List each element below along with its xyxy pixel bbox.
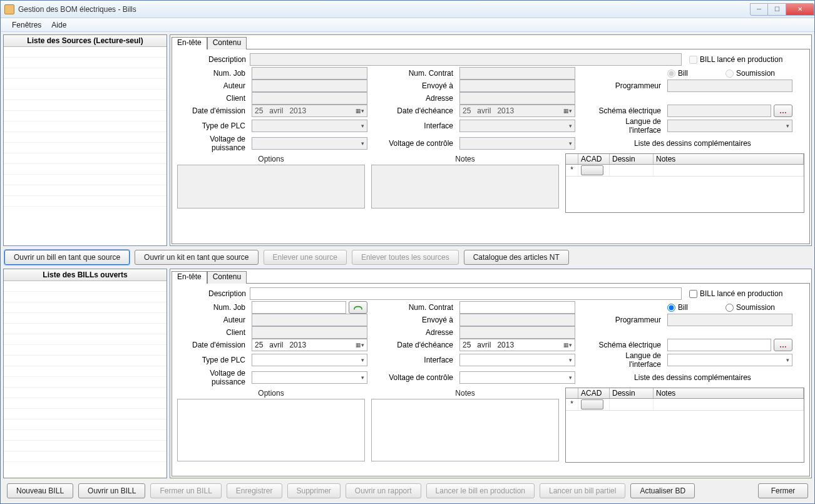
schema-top: [667, 105, 771, 117]
tab-contenu-bot[interactable]: Contenu: [207, 271, 247, 284]
lancer-partiel-button: Lancer un bill partiel: [540, 483, 625, 498]
sources-panel: Liste des Sources (Lecture-seul): [3, 34, 167, 246]
description-field-bot[interactable]: [250, 287, 682, 300]
voltpui-select-bot[interactable]: [252, 371, 367, 384]
programmeur-bot: [667, 314, 792, 326]
voltctrl-select-top: [459, 137, 575, 150]
tab-entete-top[interactable]: En-tête: [172, 37, 207, 49]
remove-source-button: Enlever une source: [264, 250, 347, 265]
bill-prod-checkbox-bot[interactable]: BILL lancé en production: [685, 289, 804, 298]
programmeur-top: [667, 80, 792, 92]
bill-prod-checkbox-top: BILL lancé en production: [685, 55, 804, 64]
dessins-grid-bot[interactable]: ACAD Dessin Notes *: [565, 388, 804, 463]
voltctrl-select-bot[interactable]: [459, 371, 575, 384]
sources-list[interactable]: [4, 47, 167, 245]
langue-select-bot[interactable]: [667, 354, 792, 366]
source-detail-panel: En-tête Contenu Description BILL lancé e…: [170, 34, 812, 246]
maximize-button[interactable]: ☐: [768, 3, 786, 16]
radio-bill-bot[interactable]: Bill: [667, 303, 688, 312]
langue-select-top: [667, 120, 792, 132]
auteur-bot: [252, 314, 367, 326]
auteur-top: [252, 80, 367, 92]
titlebar: Gestion des BOM électriques - Bills ─ ☐ …: [1, 1, 814, 18]
window-title: Gestion des BOM électriques - Bills: [18, 5, 136, 14]
schema-bot[interactable]: [667, 339, 771, 351]
envoye-bot: [459, 314, 575, 326]
menu-aide[interactable]: Aide: [51, 21, 66, 29]
lancer-prod-button: Lancer le bill en production: [426, 483, 535, 498]
numjob-top: [252, 67, 367, 80]
schema-browse-top[interactable]: [774, 105, 792, 117]
ouvrir-bill-button[interactable]: Ouvrir un BILL: [78, 483, 145, 498]
description-field-top: [250, 53, 682, 66]
plc-select-bot[interactable]: [252, 354, 367, 366]
supprimer-button: Supprimer: [287, 483, 341, 498]
footer-buttons: Nouveau BILL Ouvrir un BILL Fermer un BI…: [3, 481, 812, 501]
catalogue-button[interactable]: Catalogue des articles NT: [464, 250, 569, 265]
source-buttons-row: Ouvrir un bill en tant que source Ouvrir…: [3, 249, 812, 266]
open-kit-as-source-button[interactable]: Ouvrir un kit en tant que source: [135, 250, 258, 265]
notes-area-top: [371, 165, 559, 208]
fermer-button[interactable]: Fermer: [758, 483, 808, 498]
remove-all-sources-button: Enlever toutes les sources: [352, 250, 459, 265]
interface-select-top: [459, 120, 575, 132]
rapport-button: Ouvrir un rapport: [346, 483, 421, 498]
app-window: Gestion des BOM électriques - Bills ─ ☐ …: [0, 0, 815, 504]
fermer-bill-button: Fermer un BILL: [150, 483, 221, 498]
tab-entete-bot[interactable]: En-tête: [172, 271, 207, 284]
bill-detail-panel: En-tête Contenu Description BILL lancé e…: [170, 269, 812, 478]
adresse-bot: [459, 326, 575, 339]
numcontrat-bot[interactable]: [459, 301, 575, 314]
interface-select-bot[interactable]: [459, 354, 575, 366]
open-bill-as-source-button[interactable]: Ouvrir un bill en tant que source: [4, 250, 130, 265]
numjob-bot[interactable]: [252, 301, 346, 314]
date-emission-bot[interactable]: 25avril2013: [252, 339, 367, 351]
radio-bill-top: Bill: [667, 69, 688, 78]
bills-header: Liste des BILLs ouverts: [4, 269, 167, 281]
radio-soumission-bot[interactable]: Soumission: [725, 303, 775, 312]
voltpui-select-top: [252, 137, 367, 150]
date-emission-top: 25avril2013: [252, 105, 367, 117]
label-description: Description: [177, 55, 246, 64]
minimize-button[interactable]: ─: [750, 3, 768, 16]
client-bot: [252, 326, 367, 339]
close-button[interactable]: ✕: [786, 3, 814, 16]
radio-soumission-top: Soumission: [725, 69, 775, 78]
bills-panel: Liste des BILLs ouverts: [3, 269, 167, 478]
plc-select-top: [252, 120, 367, 132]
numjob-action-button[interactable]: [349, 301, 367, 314]
menu-fenetres[interactable]: Fenêtres: [12, 21, 41, 29]
adresse-top: [459, 92, 575, 105]
enregistrer-button: Enregistrer: [227, 483, 282, 498]
envoye-top: [459, 80, 575, 92]
bills-list[interactable]: [4, 281, 167, 478]
date-echeance-top: 25avril2013: [459, 105, 575, 117]
actualiser-bd-button[interactable]: Actualiser BD: [630, 483, 695, 498]
options-area-top: [177, 165, 365, 208]
menubar: Fenêtres Aide: [1, 18, 814, 32]
sources-header: Liste des Sources (Lecture-seul): [4, 35, 167, 47]
dessins-grid-top: ACAD Dessin Notes *: [565, 153, 804, 213]
tab-contenu-top[interactable]: Contenu: [207, 37, 247, 49]
schema-browse-bot[interactable]: [774, 339, 792, 351]
numcontrat-top: [459, 67, 575, 80]
date-echeance-bot[interactable]: 25avril2013: [459, 339, 575, 351]
app-icon: [4, 4, 14, 14]
options-area-bot[interactable]: [177, 399, 365, 461]
nouveau-bill-button[interactable]: Nouveau BILL: [7, 483, 73, 498]
notes-area-bot[interactable]: [371, 399, 559, 461]
content-area: Liste des Sources (Lecture-seul) En-tête…: [1, 32, 814, 503]
client-top: [252, 92, 367, 105]
